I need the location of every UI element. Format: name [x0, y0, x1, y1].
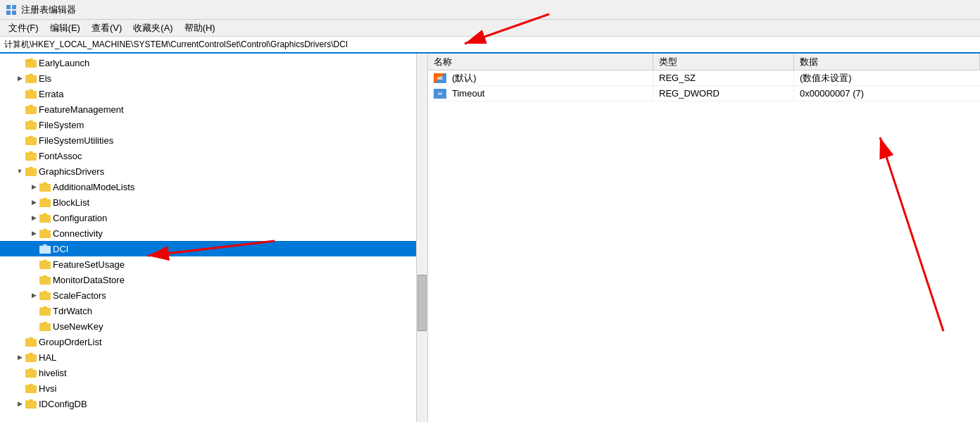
folder-icon-grouporderlist: [25, 337, 37, 347]
svg-marker-24: [39, 198, 47, 199]
values-panel: 名称 类型 数据 ab (默认) REG_SZ (数值未设置) ## Timeo…: [428, 54, 980, 422]
tree-item-filesystemutilities[interactable]: FileSystemUtilities: [0, 132, 427, 148]
tree-item-dci[interactable]: DCI: [0, 241, 427, 256]
label-idconfigdb: IDConfigDB: [39, 399, 87, 409]
label-connectivity: Connectivity: [53, 228, 103, 239]
app-icon: [6, 4, 17, 15]
value-row-timeout[interactable]: ## Timeout REG_DWORD 0x00000007 (7): [428, 86, 980, 101]
tree-item-idconfigdb[interactable]: IDConfigDB: [0, 396, 427, 411]
tree-item-els[interactable]: Els: [0, 70, 427, 86]
label-els: Els: [39, 73, 51, 84]
folder-icon-hvsi: [25, 383, 37, 393]
folder-icon-scalefactors: [39, 290, 51, 300]
folder-icon-fontassoc: [25, 151, 37, 161]
menu-bar: 文件(F) 编辑(E) 查看(V) 收藏夹(A) 帮助(H): [0, 20, 980, 37]
label-filesystem: FileSystem: [39, 120, 84, 130]
svg-rect-9: [25, 91, 37, 99]
svg-marker-12: [25, 105, 33, 106]
expand-hal[interactable]: [14, 352, 25, 363]
folder-icon-filesystemutilities: [25, 135, 37, 145]
label-earlylaunch: EarlyLaunch: [39, 58, 89, 68]
tree-item-hvsi[interactable]: Hvsi: [0, 380, 427, 396]
svg-rect-23: [39, 199, 51, 207]
menu-file[interactable]: 文件(F): [3, 20, 44, 36]
menu-favorites[interactable]: 收藏夹(A): [127, 20, 178, 36]
tree-item-additionalmodelists[interactable]: AdditionalModeLists: [0, 179, 427, 194]
tree-scrollbar[interactable]: [416, 54, 427, 422]
expand-blocklist[interactable]: [28, 197, 39, 208]
svg-rect-17: [25, 153, 37, 161]
value-data-timeout: 0x00000007 (7): [794, 86, 980, 101]
expand-els[interactable]: [14, 73, 25, 84]
folder-icon-graphicsdrivers: [25, 166, 37, 176]
label-blocklist: BlockList: [53, 197, 89, 208]
header-name: 名称: [428, 54, 653, 70]
svg-marker-46: [25, 368, 33, 370]
label-configuration: Configuration: [53, 213, 107, 223]
svg-rect-15: [25, 137, 37, 145]
expand-idconfigdb[interactable]: [14, 398, 25, 409]
tree-item-grouporderlist[interactable]: GroupOrderList: [0, 334, 427, 349]
label-featuremanagement: FeatureManagement: [39, 104, 124, 115]
label-hivelist: hivelist: [39, 368, 67, 378]
tree-item-configuration[interactable]: Configuration: [0, 210, 427, 225]
svg-rect-45: [25, 370, 37, 378]
svg-rect-3: [12, 11, 16, 15]
menu-edit[interactable]: 编辑(E): [44, 20, 86, 36]
expand-graphicsdrivers[interactable]: [14, 166, 25, 177]
svg-marker-50: [25, 399, 33, 401]
folder-icon-earlylaunch: [25, 58, 37, 68]
label-hal: HAL: [39, 352, 56, 363]
expand-configuration[interactable]: [28, 212, 39, 223]
label-featuresetusage: FeatureSetUsage: [53, 259, 125, 270]
dword-icon: ##: [434, 89, 446, 99]
folder-icon-blocklist: [39, 197, 51, 207]
folder-icon-usenewkey: [39, 321, 51, 331]
tree-item-fontassoc[interactable]: FontAssoc: [0, 148, 427, 163]
tree-item-hal[interactable]: HAL: [0, 349, 427, 365]
menu-help[interactable]: 帮助(H): [179, 20, 221, 36]
expand-additionalmodelists[interactable]: [28, 181, 39, 192]
svg-rect-35: [39, 292, 51, 300]
label-errata: Errata: [39, 89, 63, 99]
tree-item-connectivity[interactable]: Connectivity: [0, 225, 427, 241]
svg-rect-27: [39, 230, 51, 238]
svg-rect-37: [39, 308, 51, 316]
expand-scalefactors[interactable]: [28, 290, 39, 301]
tree-item-graphicsdrivers[interactable]: GraphicsDrivers: [0, 163, 427, 179]
svg-rect-43: [25, 354, 37, 362]
svg-rect-47: [25, 385, 37, 393]
folder-icon-additionalmodelists: [39, 182, 51, 192]
expand-connectivity[interactable]: [28, 228, 39, 239]
tree-item-blocklist[interactable]: BlockList: [0, 194, 427, 210]
tree-item-monitordatastore[interactable]: MonitorDataStore: [0, 272, 427, 287]
tree-item-hivelist[interactable]: hivelist: [0, 365, 427, 380]
svg-rect-29: [39, 246, 51, 254]
folder-icon-errata: [25, 89, 37, 99]
label-scalefactors: ScaleFactors: [53, 290, 106, 301]
tree-item-errata[interactable]: Errata: [0, 86, 427, 101]
tree-item-featuresetusage[interactable]: FeatureSetUsage: [0, 256, 427, 272]
value-name-timeout: ## Timeout: [428, 86, 653, 101]
svg-rect-0: [6, 5, 11, 9]
tree-item-tdrwatch[interactable]: TdrWatch: [0, 303, 427, 318]
label-filesystemutilities: FileSystemUtilities: [39, 135, 113, 146]
tree-item-usenewkey[interactable]: UseNewKey: [0, 318, 427, 334]
svg-rect-25: [39, 215, 51, 223]
value-row-default[interactable]: ab (默认) REG_SZ (数值未设置): [428, 70, 980, 86]
svg-rect-21: [39, 184, 51, 192]
label-fontassoc: FontAssoc: [39, 151, 82, 161]
tree-item-featuremanagement[interactable]: FeatureManagement: [0, 101, 427, 117]
label-monitordatastore: MonitorDataStore: [53, 275, 125, 285]
tree-item-earlylaunch[interactable]: EarlyLaunch: [0, 55, 427, 70]
menu-view[interactable]: 查看(V): [86, 20, 127, 36]
tree-item-filesystem[interactable]: FileSystem: [0, 117, 427, 132]
folder-icon-configuration: [39, 213, 51, 223]
svg-marker-6: [25, 58, 33, 60]
tree-item-scalefactors[interactable]: ScaleFactors: [0, 287, 427, 303]
label-usenewkey: UseNewKey: [53, 321, 103, 332]
folder-icon-hivelist: [25, 368, 37, 378]
svg-marker-20: [25, 167, 33, 168]
svg-rect-1: [12, 5, 16, 9]
tree-scrollbar-thumb[interactable]: [417, 275, 427, 331]
